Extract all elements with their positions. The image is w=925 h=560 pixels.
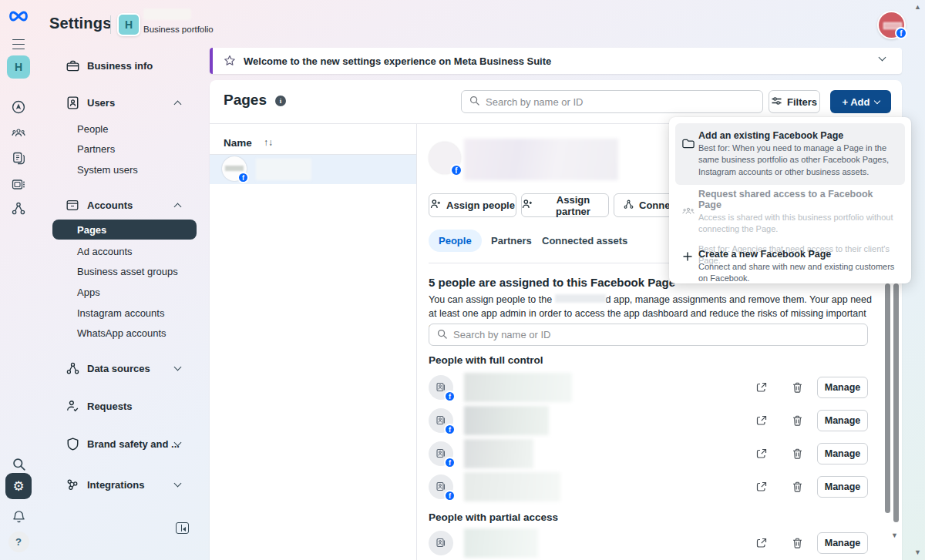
notifications-bell-icon[interactable] (0, 510, 37, 524)
sidebar-item-data-sources[interactable]: Data sources (37, 359, 210, 377)
ads-manager-icon[interactable] (0, 100, 37, 114)
assign-partner-button[interactable]: Assign partner (521, 193, 609, 217)
page-name-redacted (256, 159, 311, 180)
page-avatar: f (222, 156, 247, 181)
delete-icon[interactable] (791, 537, 803, 549)
facebook-badge-icon: f (444, 490, 456, 501)
page-scrollbar-thumb[interactable] (893, 283, 899, 522)
sidebar-item-instagram-accounts[interactable]: Instagram accounts (37, 303, 210, 322)
info-icon[interactable]: i (275, 96, 286, 106)
selected-page-name-redacted (464, 139, 618, 180)
people-search-input[interactable] (453, 329, 867, 340)
delete-icon[interactable] (791, 481, 803, 493)
meta-logo-icon[interactable] (0, 8, 37, 25)
scroll-down-icon[interactable]: ▼ (891, 531, 898, 539)
star-icon (224, 55, 236, 67)
page-list-row-selected[interactable]: f (210, 155, 416, 184)
pages-search[interactable] (461, 90, 763, 113)
sidebar-item-users[interactable]: Users (37, 93, 210, 112)
scroll-down-icon[interactable]: ▼ (914, 548, 921, 556)
sidebar-item-people[interactable]: People (37, 119, 210, 138)
chevron-down-icon[interactable] (879, 54, 886, 62)
sidebar-item-business-info[interactable]: Business info (37, 56, 210, 75)
collapse-sidebar-icon[interactable] (176, 522, 189, 534)
folder-icon (682, 139, 695, 149)
menu-item-add-existing-page[interactable]: Add an existing Facebook Page Best for: … (675, 123, 905, 185)
scroll-up-icon[interactable]: ▲ (914, 3, 921, 11)
accounts-box-icon (66, 198, 79, 212)
open-external-icon[interactable] (755, 381, 768, 394)
manage-button[interactable]: Manage (817, 410, 868, 431)
sidebar-item-accounts[interactable]: Accounts (37, 196, 210, 214)
pages-rail-icon[interactable] (0, 151, 37, 165)
sidebar-item-business-asset-groups[interactable]: Business asset groups (37, 262, 210, 280)
section-title: Pages (224, 92, 267, 109)
billing-icon[interactable] (0, 177, 37, 191)
page-title: Settings (49, 15, 112, 32)
open-external-icon[interactable] (755, 481, 768, 493)
delete-icon[interactable] (791, 448, 803, 460)
portfolio-name-redacted (143, 8, 191, 20)
add-dropdown-menu: Add an existing Facebook Page Best for: … (669, 117, 911, 283)
settings-sidebar: Business info Users People Partners Syst… (37, 43, 210, 560)
open-external-icon[interactable] (755, 537, 768, 549)
facebook-badge-icon: f (444, 457, 456, 468)
sidebar-item-system-users[interactable]: System users (37, 160, 210, 179)
people-search[interactable] (429, 324, 868, 346)
chevron-up-icon (174, 203, 182, 210)
person-plus-icon (430, 199, 441, 212)
menu-icon[interactable] (0, 37, 37, 51)
menu-item-create-new-page[interactable]: Create a new Facebook Page Connect and s… (675, 242, 905, 292)
user-avatar[interactable]: f (877, 11, 906, 39)
banner-text: Welcome to the new settings experience o… (244, 55, 551, 67)
user-card-icon (66, 96, 79, 109)
open-external-icon[interactable] (755, 414, 768, 427)
sidebar-item-brand-safety[interactable]: Brand safety and ... (37, 434, 210, 453)
tab-connected-assets[interactable]: Connected assets (532, 230, 637, 252)
manage-button[interactable]: Manage (817, 443, 868, 464)
column-header-name[interactable]: Name (224, 137, 252, 149)
sidebar-item-ad-accounts[interactable]: Ad accounts (37, 242, 210, 260)
sidebar-item-pages-active[interactable]: Pages (52, 220, 197, 240)
briefcase-icon (66, 59, 79, 72)
portfolio-type-label: Business portfolio (143, 25, 214, 34)
sidebar-item-whatsapp-accounts[interactable]: WhatsApp accounts (37, 324, 210, 342)
sidebar-item-apps[interactable]: Apps (37, 283, 210, 301)
chevron-down-icon (174, 480, 182, 488)
filters-button[interactable]: Filters (769, 90, 820, 113)
panel-scrollbar-thumb[interactable] (885, 283, 890, 513)
settings-gear-button[interactable]: ⚙ (0, 473, 37, 499)
connections-icon[interactable] (0, 202, 37, 216)
selected-page-avatar: f (429, 142, 461, 174)
open-external-icon[interactable] (755, 448, 768, 460)
help-button[interactable]: ? (0, 531, 37, 552)
delete-icon[interactable] (791, 414, 803, 427)
sort-icon[interactable]: ↑↓ (264, 137, 273, 148)
search-input[interactable] (486, 96, 762, 108)
sidebar-item-partners[interactable]: Partners (37, 139, 210, 158)
search-icon[interactable] (0, 456, 37, 471)
person-avatar: f (429, 441, 453, 466)
portfolio-avatar[interactable]: H (0, 55, 37, 79)
chevron-down-icon (873, 97, 880, 103)
sidebar-item-requests[interactable]: Requests (37, 397, 210, 415)
manage-button[interactable]: Manage (817, 532, 868, 554)
tab-people[interactable]: People (429, 230, 482, 252)
assign-people-button[interactable]: Assign people (429, 193, 516, 217)
person-avatar: f (429, 408, 453, 433)
meta-business-suite-settings: { "header": { "title": "Settings", "port… (0, 0, 925, 560)
add-button[interactable]: + Add (830, 90, 891, 113)
delete-icon[interactable] (791, 381, 803, 394)
facebook-badge-icon: f (450, 164, 462, 176)
person-row: f Manage (429, 438, 880, 470)
person-row: Manage (429, 527, 880, 559)
person-avatar: f (429, 474, 453, 499)
manage-button[interactable]: Manage (817, 377, 868, 398)
welcome-banner[interactable]: Welcome to the new settings experience o… (210, 48, 902, 74)
sidebar-item-integrations[interactable]: Integrations (37, 475, 210, 494)
manage-button[interactable]: Manage (817, 476, 868, 498)
connect-icon (624, 200, 634, 212)
plus-icon (682, 251, 693, 262)
audiences-icon[interactable] (0, 126, 37, 140)
portfolio-badge[interactable]: H (117, 13, 140, 36)
